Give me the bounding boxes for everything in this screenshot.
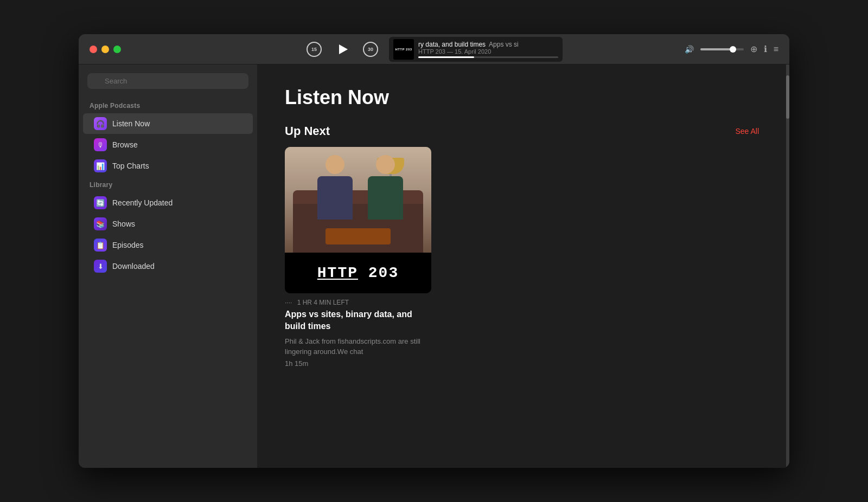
sidebar-label-downloaded: Downloaded (112, 262, 155, 271)
http203-logo-text: HTTP 203 (317, 265, 399, 281)
table-decoration (326, 228, 391, 244)
person-right (363, 155, 407, 226)
app-window: 15 30 HTTP 203 ry data, and build times … (79, 34, 789, 468)
now-playing-thumbnail: HTTP 203 (393, 39, 414, 60)
episode-duration: 1h 15m (285, 359, 431, 368)
volume-slider[interactable] (700, 48, 744, 50)
person-right-body (368, 176, 403, 220)
sidebar-label-recently-updated: Recently Updated (112, 198, 173, 207)
episode-dots: ···· (285, 299, 292, 306)
podcast-mini-art: HTTP 203 (393, 39, 414, 60)
now-playing-widget[interactable]: HTTP 203 ry data, and build times Apps v… (389, 37, 563, 62)
sidebar-item-shows[interactable]: 📚 Shows (83, 214, 253, 234)
close-button[interactable] (90, 46, 97, 53)
episode-description: Phil & Jack from fishandscripts.com are … (285, 336, 431, 357)
sidebar-item-top-charts[interactable]: 📊 Top Charts (83, 156, 253, 176)
sidebar-section-apple-podcasts: Apple Podcasts (79, 98, 257, 113)
maximize-button[interactable] (113, 46, 121, 53)
listen-now-icon: 🎧 (94, 117, 107, 130)
search-container: 🔍 (79, 73, 257, 98)
sidebar-section-library: Library (79, 177, 257, 192)
sidebar-label-episodes: Episodes (112, 241, 144, 249)
mini-progress-bar[interactable] (418, 56, 558, 58)
sidebar-item-downloaded[interactable]: ⬇ Downloaded (83, 256, 253, 276)
sidebar-label-top-charts: Top Charts (112, 162, 149, 170)
airplay-icon[interactable]: ⊕ (750, 44, 757, 54)
person-left-body (317, 176, 353, 220)
person-left-head (326, 155, 344, 174)
sidebar-item-recently-updated[interactable]: 🔄 Recently Updated (83, 192, 253, 213)
sidebar: 🔍 Apple Podcasts 🎧 Listen Now 🎙 Browse 📊… (79, 65, 258, 468)
skip-forward-button[interactable]: 30 (362, 41, 379, 58)
titlebar: 15 30 HTTP 203 ry data, and build times … (79, 34, 789, 65)
browse-icon: 🎙 (94, 138, 107, 151)
scroll-thumb (786, 75, 789, 119)
volume-fill (700, 48, 731, 50)
person-right-head (376, 155, 395, 174)
main-content: 🔍 Apple Podcasts 🎧 Listen Now 🎙 Browse 📊… (79, 65, 789, 468)
sidebar-item-browse[interactable]: 🎙 Browse (83, 134, 253, 155)
sidebar-label-shows: Shows (112, 220, 135, 228)
volume-icon: 🔊 (685, 45, 694, 54)
scroll-indicator[interactable] (786, 65, 789, 468)
up-next-header: Up Next See All (285, 124, 759, 138)
search-wrapper: 🔍 (87, 73, 248, 89)
podcast-card[interactable]: HTTP 203 ···· 1 HR 4 MIN LEFT Apps vs si… (285, 147, 431, 368)
minimize-button[interactable] (101, 46, 109, 53)
info-icon[interactable]: ℹ (764, 44, 767, 54)
play-icon (339, 44, 348, 54)
main-area: Listen Now Up Next See All (258, 65, 786, 468)
sidebar-item-listen-now[interactable]: 🎧 Listen Now (83, 113, 253, 134)
episode-time-left: ···· 1 HR 4 MIN LEFT (285, 299, 431, 306)
sidebar-item-episodes[interactable]: 📋 Episodes (83, 235, 253, 255)
skip-back-icon: 15 (307, 42, 322, 57)
person-left (315, 155, 355, 226)
now-playing-subtitle: HTTP 203 — 15. April 2020 (418, 48, 558, 55)
skip-back-button[interactable]: 15 (305, 41, 323, 58)
http203-logo-bar: HTTP 203 (285, 253, 431, 293)
traffic-lights (79, 46, 121, 53)
titlebar-right-controls: 🔊 ⊕ ℹ ≡ (685, 44, 778, 54)
downloaded-icon: ⬇ (94, 260, 107, 273)
podcast-artwork: HTTP 203 (285, 147, 431, 293)
skip-forward-icon: 30 (363, 42, 378, 57)
now-playing-title: ry data, and build times Apps vs si (418, 41, 558, 48)
recently-updated-icon: 🔄 (94, 196, 107, 209)
http203-artwork: HTTP 203 (285, 147, 431, 293)
page-title: Listen Now (285, 86, 759, 109)
shows-icon: 📚 (94, 217, 107, 230)
mini-progress-fill (418, 56, 474, 58)
up-next-title: Up Next (285, 124, 330, 138)
sidebar-label-listen-now: Listen Now (112, 119, 150, 128)
http203-photo (285, 147, 431, 253)
play-button[interactable] (333, 40, 352, 59)
volume-knob (730, 46, 736, 53)
now-playing-info: ry data, and build times Apps vs si HTTP… (418, 41, 558, 58)
top-charts-icon: 📊 (94, 159, 107, 172)
playback-controls: 15 30 HTTP 203 ry data, and build times … (305, 37, 563, 62)
episode-title: Apps vs sites, binary data, and build ti… (285, 308, 431, 333)
sidebar-label-browse: Browse (112, 140, 138, 149)
see-all-link[interactable]: See All (735, 127, 759, 136)
queue-icon[interactable]: ≡ (774, 44, 778, 54)
episodes-icon: 📋 (94, 239, 107, 252)
search-input[interactable] (87, 73, 248, 89)
